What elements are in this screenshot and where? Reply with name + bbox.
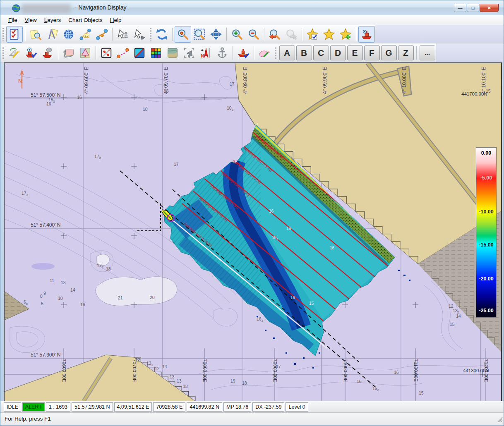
sounding: 5: [41, 301, 43, 306]
sounding: 18: [242, 381, 247, 385]
anchor-button[interactable]: [214, 45, 230, 61]
bathy-sounding: 15: [309, 301, 314, 306]
favorite-check-button[interactable]: [304, 26, 321, 43]
northing-label: 441300.00N: [463, 368, 489, 373]
map-canvas[interactable]: Balkantlijn zuid 0 (-0.25)Balkantlijn zu…: [4, 63, 502, 401]
longitude-label: 4° 09.700' E: [163, 67, 169, 94]
sounding: 16: [394, 370, 399, 375]
chart-query-button[interactable]: [27, 26, 44, 43]
tile-anomaly-button[interactable]: [98, 45, 115, 61]
toolbar-separator: [172, 28, 173, 41]
easting-label: 70700.00E: [132, 359, 137, 382]
favorite-check-icon: [306, 28, 319, 41]
tile-seabed-button[interactable]: [164, 45, 181, 61]
menu-file[interactable]: File: [5, 16, 21, 24]
layer-letter-z-button[interactable]: Z: [398, 45, 414, 60]
chart-alarm-button[interactable]: [77, 45, 94, 61]
sounding: 16: [357, 379, 362, 384]
dividers-button[interactable]: [44, 26, 60, 43]
highlighter-button[interactable]: [256, 45, 273, 61]
plot-route-button[interactable]: [94, 26, 110, 43]
anchor-cursor-icon: [117, 28, 129, 41]
layer-letter-e-button[interactable]: E: [347, 45, 363, 60]
layer-stack-button[interactable]: [60, 45, 77, 61]
sounding: 10: [58, 296, 63, 301]
plot-route-icon: [96, 28, 108, 41]
status-bar: IDLEALERT1 : 169351;57;29.981 N4;09;51.6…: [0, 401, 504, 412]
geometry-tools-button[interactable]: [6, 45, 23, 61]
layer-letter-g-button[interactable]: G: [381, 45, 397, 60]
latitude-label: 51° 57.300' N: [31, 352, 60, 358]
tile-crossed-icon: [133, 47, 146, 59]
easting-label: 70900.00E: [273, 359, 278, 382]
favorite-add-button[interactable]: [337, 26, 354, 43]
refresh-button[interactable]: [154, 26, 170, 43]
zoom-out-button[interactable]: [245, 26, 262, 43]
zoom-window-button[interactable]: [191, 26, 208, 43]
vessel-tracking-button[interactable]: [358, 26, 375, 43]
globe-button[interactable]: [60, 26, 77, 43]
menu-layers[interactable]: Layers: [41, 16, 65, 24]
toolbar-grip[interactable]: [2, 47, 4, 59]
dividers-icon: [46, 28, 58, 41]
status-longitude: 4;09;51.612 E: [114, 402, 152, 412]
track-dashed-button[interactable]: [115, 45, 131, 61]
layer-letter-a-button[interactable]: A: [279, 45, 295, 60]
latitude-label: 51° 57.500' N: [31, 92, 60, 98]
zoom-out-icon: [247, 28, 260, 41]
vessel-check-button[interactable]: [235, 45, 252, 61]
bathy-sounding: 16: [269, 209, 274, 213]
toolbar-separator: [96, 46, 96, 60]
zoom-previous-button[interactable]: [266, 26, 283, 43]
zoom-point-button[interactable]: [175, 26, 191, 43]
menu-chart-objects[interactable]: Chart Objects: [65, 16, 106, 24]
layer-letter-c-button[interactable]: C: [313, 45, 329, 60]
title-bar[interactable]: · Navigation Display — □ ✕: [0, 0, 504, 15]
sounding: 18: [143, 107, 148, 112]
toolbar-separator: [356, 28, 356, 41]
sounding: 16: [77, 95, 82, 100]
vessel-radar-button[interactable]: [39, 45, 56, 61]
toolbar-grip[interactable]: [2, 28, 4, 41]
northing-label: 441700.00N: [461, 91, 487, 96]
menu-view[interactable]: View: [21, 16, 41, 24]
chart-view[interactable]: Balkantlijn zuid 0 (-0.25)Balkantlijn zu…: [4, 62, 502, 402]
toolbar-filler: [436, 43, 504, 62]
maximize-button[interactable]: □: [467, 4, 479, 12]
tile-anomaly-icon: [100, 47, 113, 59]
menu-help[interactable]: Help: [106, 16, 125, 24]
bathy-sounding: 16: [290, 295, 295, 300]
measure-distance-button[interactable]: 6.2: [77, 26, 94, 43]
toolbar-grip[interactable]: [275, 47, 276, 59]
more-layers-button[interactable]: ...: [420, 45, 435, 60]
resize-grip[interactable]: [497, 416, 503, 424]
sounding: 14: [162, 364, 167, 369]
status-northing: 441699.82 N: [187, 402, 222, 412]
north-arrow-icon: N: [199, 47, 212, 59]
select-cursor-button[interactable]: [131, 26, 148, 43]
minimize-button[interactable]: —: [454, 4, 466, 12]
tile-crossed-button[interactable]: [131, 45, 148, 61]
highlighter-icon: [258, 47, 271, 59]
survey-checklist-button[interactable]: [6, 26, 23, 43]
anchor-cursor-button[interactable]: [115, 26, 131, 43]
bathy-sounding: 16: [286, 226, 291, 231]
layer-letter-d-button[interactable]: D: [330, 45, 346, 60]
close-button[interactable]: ✕: [480, 4, 499, 12]
vessel-monitor-button[interactable]: [23, 45, 39, 61]
tile-palette-button[interactable]: [148, 45, 164, 61]
favorite-button[interactable]: [321, 26, 337, 43]
legend-value: -25.00: [476, 308, 496, 314]
zoom-in-button[interactable]: [229, 26, 245, 43]
svg-text:6.2: 6.2: [85, 34, 89, 37]
cursor-pick-button[interactable]: [181, 45, 197, 61]
legend-value: -10.00: [476, 209, 496, 215]
zoom-next-button[interactable]: [283, 26, 300, 43]
vessel-check-icon: [237, 47, 250, 59]
status-dx: DX -237.59: [252, 402, 284, 412]
pan-button[interactable]: [208, 26, 224, 43]
north-arrow-button[interactable]: N: [197, 45, 214, 61]
layer-letter-b-button[interactable]: B: [296, 45, 312, 60]
layer-letter-f-button[interactable]: F: [364, 45, 380, 60]
toolbar-grip[interactable]: [150, 28, 151, 41]
